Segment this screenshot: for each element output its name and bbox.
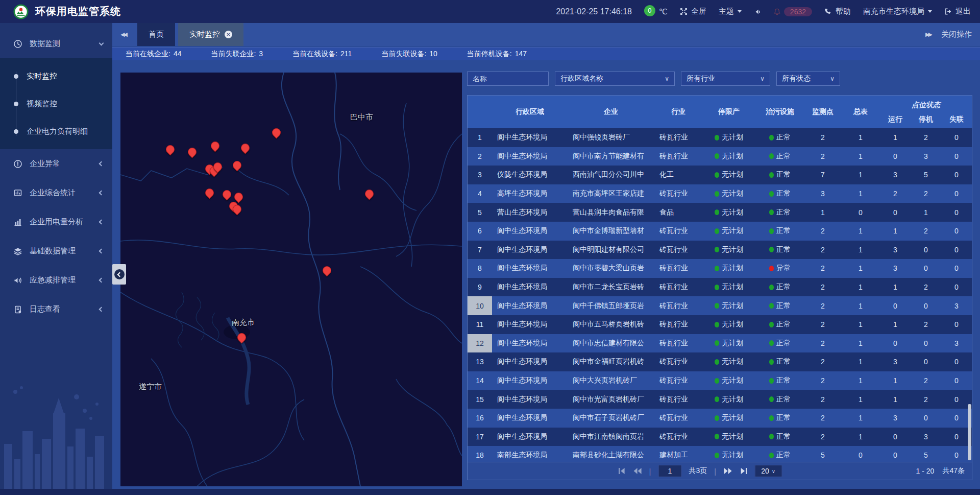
sidebar-collapse-button[interactable] [112, 264, 126, 285]
status-green-dot-icon [769, 415, 774, 421]
total-pages-label: 共3页 [689, 466, 707, 476]
help-button[interactable]: 帮助 [824, 7, 851, 16]
notifications[interactable]: 2632 [773, 7, 812, 16]
table-row[interactable]: 1阆中生态环境局阆中强锐页岩砖厂砖瓦行业无计划正常21120 [468, 128, 972, 147]
cell-company: 阆中大兴页岩机砖厂 [568, 371, 654, 390]
status-green-dot-icon [769, 209, 774, 215]
last-page-button[interactable] [739, 467, 747, 475]
table-row[interactable]: 18南部生态环境局南部县砂化土湖有限公建材加工无计划正常50050 [468, 446, 972, 462]
cell-total: 1 [841, 352, 880, 371]
cell-monitor: 2 [804, 390, 841, 409]
status-text: 无计划 [722, 189, 743, 198]
mute-button[interactable] [754, 8, 761, 15]
sidebar-item-6[interactable]: 日志查看 [0, 295, 112, 324]
tab-1[interactable]: 实时监控✕ [178, 23, 243, 46]
sidebar-item-0[interactable]: 数据监测 [0, 29, 112, 58]
cell-industry: 砖瓦行业 [654, 259, 702, 278]
tabs-scroll-right-icon[interactable]: ▶▶ [925, 31, 931, 38]
status-green-dot-icon [715, 303, 719, 309]
first-page-button[interactable] [618, 467, 626, 475]
cell-stop: 无计划 [702, 222, 755, 241]
vertical-scrollbar[interactable] [968, 404, 971, 460]
header-toolbar: 2021-02-25 17:46:18 0 ℃ 全屏 主题 [556, 7, 971, 16]
sidebar-item-4[interactable]: 基础数据管理 [0, 237, 112, 266]
table-row[interactable]: 12阆中生态环境局阆中市忠信建材有限公砖瓦行业无计划正常21003 [468, 334, 972, 353]
page-size-value: 20 [761, 467, 769, 475]
name-filter-input[interactable] [473, 75, 543, 83]
logout-button[interactable]: 退出 [944, 7, 971, 16]
status-green-dot-icon [715, 396, 719, 402]
cell-region: 阆中生态环境局 [492, 128, 568, 147]
region-filter-select[interactable]: 行政区域名称 ∨ [555, 72, 675, 86]
sidebar-item-2[interactable]: 企业综合统计 [0, 178, 112, 207]
sidebar-subitem-0[interactable]: 实时监控 [0, 62, 112, 90]
status-green-dot-icon [769, 303, 774, 309]
sidebar-subitem-1[interactable]: 视频监控 [0, 90, 112, 117]
cell-lost: 0 [941, 166, 972, 184]
status-filter-select[interactable]: 所有状态 ∨ [776, 72, 840, 86]
sidebar-item-1[interactable]: 企业异常 [0, 149, 112, 178]
status-text: 无计划 [722, 339, 743, 348]
table-row[interactable]: 8阆中生态环境局阆中市枣碧大梁山页岩砖瓦行业无计划异常21300 [468, 259, 972, 278]
table-row[interactable]: 7阆中生态环境局阆中明阳建材有限公司砖瓦行业无计划正常21300 [468, 241, 972, 260]
cell-halt: 5 [911, 166, 941, 184]
table-row[interactable]: 17阆中生态环境局阆中市江南镇阆南页岩砖瓦行业无计划正常21030 [468, 428, 972, 446]
tabs-scroll-left-icon[interactable]: ◀◀ [112, 31, 126, 38]
stat-item-0: 当前在线企业:44 [126, 50, 181, 59]
cell-company: 阆中市五马桥页岩机砖 [568, 315, 654, 334]
next-page-button[interactable] [723, 467, 732, 475]
table-row[interactable]: 16阆中生态环境局阆中市石子页岩机砖厂砖瓦行业无计划正常21300 [468, 409, 972, 428]
chevron-left-icon [99, 278, 104, 283]
status-green-dot-icon [715, 322, 719, 327]
table-row[interactable]: 4高坪生态环境局南充市高坪区王家店建砖瓦行业无计划正常31220 [468, 184, 972, 203]
table-row[interactable]: 5营山生态环境局营山县润丰肉食品有限食品无计划正常10010 [468, 203, 972, 222]
point-status-subheaders: 运行停机失联 [880, 111, 972, 128]
tab-close-icon[interactable]: ✕ [225, 31, 232, 38]
chevron-left-icon [99, 220, 104, 225]
row-index-cell: 9 [468, 278, 492, 297]
theme-dropdown[interactable]: 主题 [719, 7, 742, 16]
table-row[interactable]: 2阆中生态环境局阆中市南方节能建材有砖瓦行业无计划正常21030 [468, 147, 972, 166]
row-index-cell: 12 [468, 334, 492, 353]
sidebar-item-3[interactable]: 企业用电量分析 [0, 207, 112, 237]
open-tabs: 首页实时监控✕ [137, 23, 243, 46]
map-panel[interactable]: 巴中市南充市遂宁市 [120, 73, 462, 486]
table-row[interactable]: 11阆中生态环境局阆中市五马桥页岩机砖砖瓦行业无计划正常21120 [468, 315, 972, 334]
org-dropdown[interactable]: 南充市生态环境局 [863, 7, 932, 16]
cell-company: 阆中市石子页岩机砖厂 [568, 409, 654, 428]
page-number-input[interactable] [658, 465, 682, 477]
fullscreen-button[interactable]: 全屏 [680, 7, 706, 16]
fullscreen-icon [680, 8, 688, 15]
cell-industry: 砖瓦行业 [654, 315, 702, 334]
table-row[interactable]: 15阆中生态环境局阆中市光富页岩机砖厂砖瓦行业无计划正常21120 [468, 390, 972, 409]
prev-page-button[interactable] [633, 467, 642, 475]
page-size-select[interactable]: 20 ∨ [754, 465, 782, 477]
close-operations-button[interactable]: 关闭操作 [941, 30, 972, 39]
sidebar-subitem-2[interactable]: 企业电力负荷明细 [0, 117, 112, 145]
record-total-label: 共47条 [942, 466, 965, 476]
row-index-cell: 11 [468, 315, 492, 334]
table-row[interactable]: 10阆中生态环境局阆中千佛镇五郎垭页岩砖瓦行业无计划正常21003 [468, 296, 972, 315]
cell-stop: 无计划 [702, 352, 755, 371]
tab-0[interactable]: 首页 [137, 23, 175, 46]
cell-region: 阆中生态环境局 [492, 259, 568, 278]
table-row[interactable]: 6阆中生态环境局阆中市金博瑞新型墙材砖瓦行业无计划正常21120 [468, 222, 972, 241]
table-row[interactable]: 3仪陇生态环境局西南油气田分公司川中化工无计划正常71350 [468, 166, 972, 184]
cell-total: 0 [841, 446, 880, 462]
bell-icon [773, 8, 781, 16]
stat-value: 3 [259, 50, 263, 59]
table-row[interactable]: 14阆中生态环境局阆中大兴页岩机砖厂砖瓦行业无计划正常21120 [468, 371, 972, 390]
industry-filter-select[interactable]: 所有行业 ∨ [681, 72, 770, 86]
table-row[interactable]: 9阆中生态环境局阆中市二龙长宝页岩砖砖瓦行业无计划正常21120 [468, 278, 972, 297]
cell-company: 南充市高坪区王家店建 [568, 184, 654, 203]
cell-company: 阆中市二龙长宝页岩砖 [568, 278, 654, 297]
next-page-icon [723, 467, 732, 475]
chevron-left-icon [99, 249, 104, 254]
chevron-left-icon [99, 191, 104, 196]
table-row[interactable]: 13阆中生态环境局阆中市金福旺页岩机砖砖瓦行业无计划正常21300 [468, 352, 972, 371]
sidebar-item-5[interactable]: 应急减排管理 [0, 266, 112, 295]
cell-company: 阆中市忠信建材有限公 [568, 334, 654, 353]
cell-stop: 无计划 [702, 296, 755, 315]
cell-lost: 0 [941, 390, 972, 409]
row-index-cell: 17 [468, 428, 492, 446]
